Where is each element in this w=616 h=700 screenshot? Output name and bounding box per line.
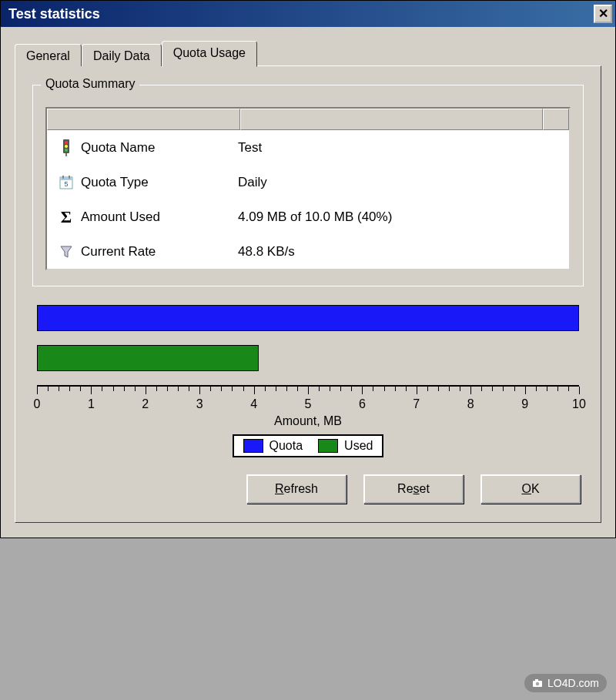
tick-label: 8: [467, 397, 474, 411]
ok-button-label: OK: [521, 482, 539, 496]
legend-label-quota: Quota: [270, 439, 303, 453]
funnel-icon: [56, 245, 76, 259]
button-row: Refresh Reset OK: [32, 474, 584, 504]
legend-label-used: Used: [344, 439, 373, 453]
list-row-quota-type[interactable]: 5 Quota Type Daily: [47, 165, 569, 199]
tab-page-quota-usage: Quota Summary: [15, 65, 601, 523]
tick-label: 1: [88, 397, 95, 411]
calendar-icon: 5: [56, 176, 76, 189]
client-area: General Daily Data Quota Usage Quota Sum…: [1, 27, 615, 538]
quota-type-value: Daily: [238, 175, 267, 190]
listview-header-col-3[interactable]: [543, 109, 569, 130]
svg-point-12: [536, 682, 539, 685]
svg-rect-4: [65, 153, 67, 156]
list-row-amount-used[interactable]: Σ Amount Used 4.09 MB of 10.0 MB (40%): [47, 199, 569, 234]
reset-button[interactable]: Reset: [363, 474, 464, 504]
tick-label: 2: [142, 397, 149, 411]
amount-used-value: 4.09 MB of 10.0 MB (40%): [238, 209, 392, 225]
close-button[interactable]: ✕: [594, 5, 612, 23]
axis-title: Amount, MB: [37, 414, 579, 428]
listview-header[interactable]: [47, 109, 569, 130]
quota-chart: 012345678910 Amount, MB Quota Used: [32, 305, 584, 457]
tab-quota-usage[interactable]: Quota Usage: [162, 41, 257, 67]
refresh-button-label: Refresh: [275, 482, 318, 496]
listview-header-col-2[interactable]: [240, 109, 543, 130]
watermark-text: LO4D.com: [547, 677, 599, 689]
tab-strip: General Daily Data Quota Usage: [15, 41, 601, 66]
quota-summary-group: Quota Summary: [32, 85, 584, 286]
amount-used-label: Amount Used: [76, 209, 238, 225]
current-rate-label: Current Rate: [76, 244, 238, 260]
camera-icon: [532, 678, 543, 688]
tab-general-label: General: [26, 49, 70, 62]
chart-legend: Quota Used: [233, 434, 384, 457]
svg-rect-8: [69, 176, 70, 179]
chart-axis: 012345678910 Amount, MB: [37, 385, 579, 428]
tab-quota-label: Quota Usage: [173, 46, 246, 59]
tick-label: 4: [250, 397, 257, 411]
quota-listview[interactable]: Quota Name Test 5: [45, 107, 571, 270]
ok-button[interactable]: OK: [480, 474, 581, 504]
listview-header-col-1[interactable]: [47, 109, 240, 130]
bar-used-fill: [37, 345, 259, 371]
window-title: Test statistics: [8, 6, 100, 22]
legend-swatch-used: [318, 439, 338, 453]
tick-label: 9: [521, 397, 528, 411]
reset-button-label: Reset: [397, 482, 430, 496]
svg-point-3: [65, 149, 68, 152]
tick-label: 3: [196, 397, 203, 411]
svg-point-2: [65, 145, 68, 148]
tick-label: 6: [359, 397, 366, 411]
tab-daily-data[interactable]: Daily Data: [82, 44, 162, 66]
refresh-button[interactable]: Refresh: [246, 474, 346, 504]
tab-general[interactable]: General: [15, 44, 82, 66]
legend-item-used: Used: [318, 439, 373, 453]
bar-quota: [37, 305, 579, 331]
svg-point-1: [65, 141, 68, 144]
current-rate-value: 48.8 KB/s: [238, 244, 295, 260]
tick-label: 0: [34, 397, 41, 411]
traffic-light-icon: [56, 139, 76, 156]
quota-name-value: Test: [238, 140, 262, 156]
svg-rect-7: [62, 176, 64, 179]
tick-label: 5: [305, 397, 312, 411]
svg-text:5: 5: [64, 180, 68, 188]
close-icon: ✕: [598, 8, 608, 20]
tick-label: 7: [413, 397, 420, 411]
tick-label: 10: [572, 397, 586, 411]
quota-name-label: Quota Name: [76, 140, 238, 156]
group-label: Quota Summary: [41, 77, 139, 91]
legend-swatch-quota: [243, 439, 263, 453]
watermark: LO4D.com: [524, 674, 607, 692]
list-row-current-rate[interactable]: Current Rate 48.8 KB/s: [47, 234, 569, 269]
legend-item-quota: Quota: [243, 439, 303, 453]
list-row-quota-name[interactable]: Quota Name Test: [47, 130, 569, 165]
titlebar[interactable]: Test statistics ✕: [1, 1, 615, 27]
bar-used: [37, 345, 579, 371]
svg-rect-11: [535, 679, 538, 682]
sigma-icon: Σ: [56, 207, 76, 227]
quota-type-label: Quota Type: [76, 175, 238, 190]
bar-quota-fill: [37, 305, 579, 331]
dialog-window: Test statistics ✕ General Daily Data Quo…: [0, 0, 616, 538]
tab-daily-label: Daily Data: [93, 49, 150, 62]
